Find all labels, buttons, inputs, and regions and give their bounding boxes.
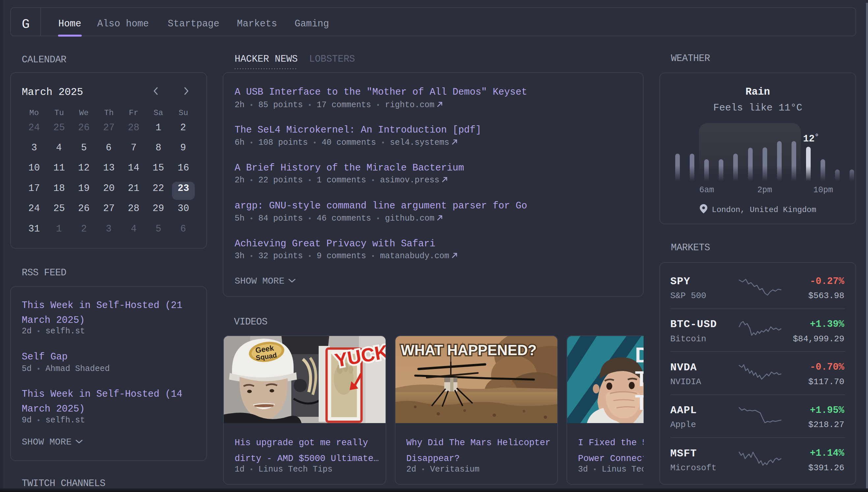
svg-text:T: T (635, 391, 643, 415)
svg-text:WHAT HAPPENED?: WHAT HAPPENED? (401, 342, 536, 358)
svg-text:DO: DO (635, 343, 643, 367)
svg-text:TI: TI (635, 367, 643, 391)
